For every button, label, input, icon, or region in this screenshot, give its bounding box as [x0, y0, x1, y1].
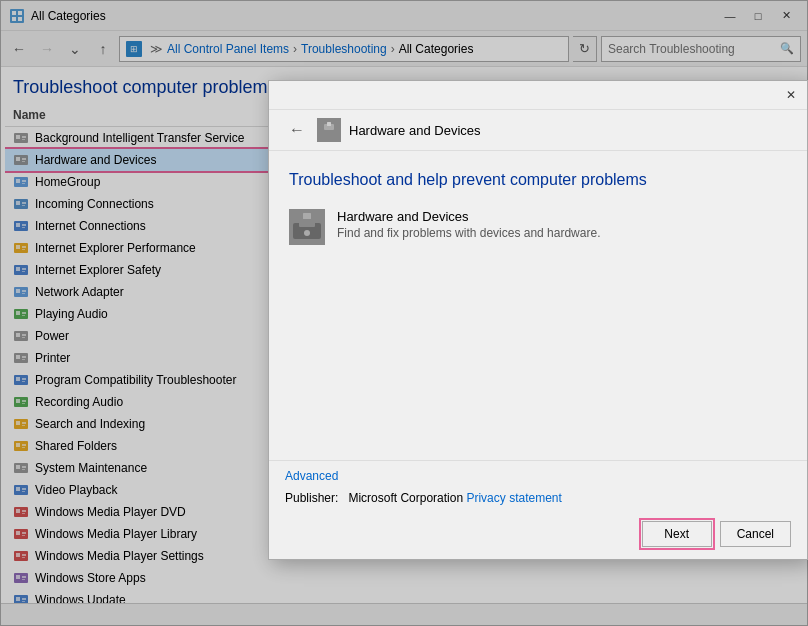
publisher-value: Microsoft Corporation — [348, 491, 463, 505]
dialog-header-icon — [317, 118, 341, 142]
dialog-close-button[interactable]: ✕ — [781, 85, 801, 105]
dialog-buttons: Next Cancel — [269, 513, 807, 559]
next-button[interactable]: Next — [642, 521, 712, 547]
publisher-info: Publisher: Microsoft Corporation — [285, 491, 466, 505]
dialog-overlay: ✕ ← Hardware and Devices Troubleshoot an… — [0, 0, 808, 626]
dialog-item-desc: Find and fix problems with devices and h… — [337, 226, 600, 240]
cancel-button[interactable]: Cancel — [720, 521, 791, 547]
dialog-header-title: Hardware and Devices — [349, 123, 481, 138]
dialog-header: ← Hardware and Devices — [269, 110, 807, 151]
dialog-item-title: Hardware and Devices — [337, 209, 600, 224]
svg-rect-98 — [303, 213, 311, 219]
svg-rect-95 — [327, 122, 331, 126]
dialog-item-text: Hardware and Devices Find and fix proble… — [337, 209, 600, 240]
dialog-body: Troubleshoot and help prevent computer p… — [269, 151, 807, 460]
dialog-main-title: Troubleshoot and help prevent computer p… — [289, 171, 787, 189]
dialog-titlebar: ✕ — [269, 81, 807, 110]
svg-point-99 — [304, 230, 310, 236]
dialog-back-button[interactable]: ← — [285, 118, 309, 142]
hardware-dialog: ✕ ← Hardware and Devices Troubleshoot an… — [268, 80, 808, 560]
dialog-footer: Advanced Publisher: Microsoft Corporatio… — [269, 460, 807, 513]
dialog-item-icon — [289, 209, 325, 245]
dialog-item: Hardware and Devices Find and fix proble… — [289, 209, 787, 245]
advanced-link[interactable]: Advanced — [285, 469, 338, 483]
privacy-link[interactable]: Privacy statement — [466, 491, 561, 505]
publisher-label: Publisher: — [285, 491, 338, 505]
